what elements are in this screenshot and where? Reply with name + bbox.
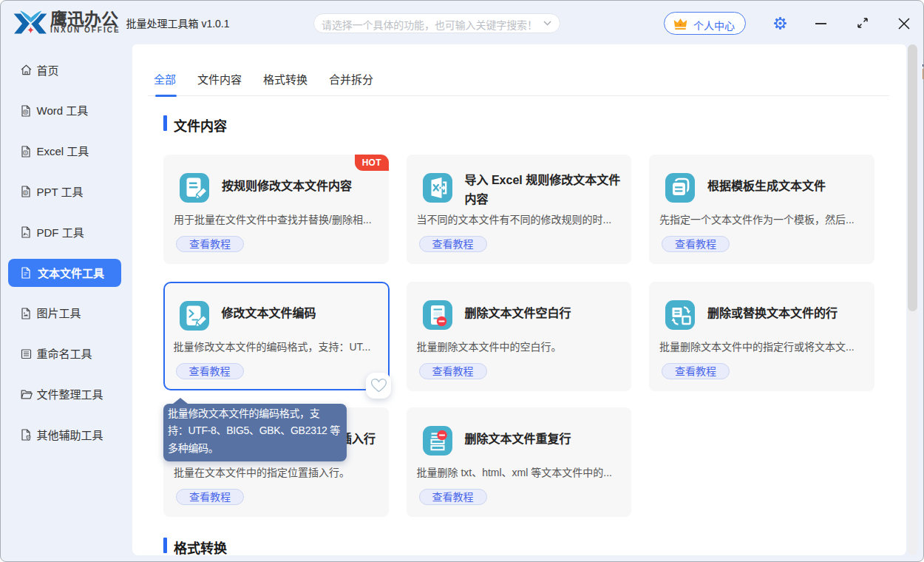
- svg-text:w: w: [24, 110, 27, 114]
- svg-text:x: x: [24, 151, 27, 155]
- svg-text:p: p: [24, 191, 27, 194]
